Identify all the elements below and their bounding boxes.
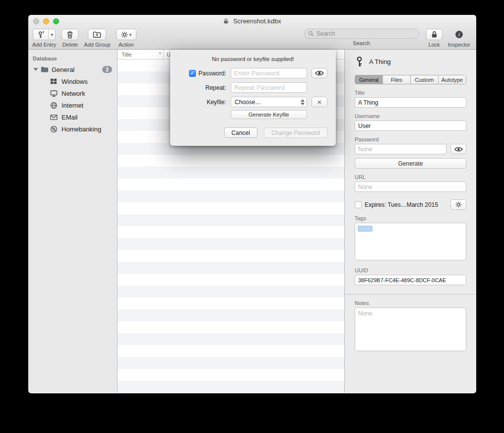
action-button[interactable]: ▾ [116, 29, 137, 40]
show-password-button[interactable] [450, 144, 466, 154]
folder-icon [41, 65, 49, 73]
tags-field-label: Tags [355, 215, 466, 221]
key-plus-icon [37, 31, 45, 39]
title-field-label: Title [355, 90, 466, 96]
entry-count-badge: 2 [102, 66, 112, 73]
close-icon: × [317, 98, 322, 106]
add-entry-dropdown-arrow[interactable]: ▾ [48, 29, 55, 40]
info-icon: i [455, 30, 463, 39]
inspector-label: Inspector [448, 42, 470, 48]
delete-button[interactable] [62, 29, 78, 40]
disclosure-triangle-icon[interactable] [33, 68, 38, 71]
network-icon [50, 89, 58, 97]
section-divider [345, 294, 476, 295]
tab-autotype[interactable]: Autotype [439, 75, 466, 84]
close-button[interactable] [33, 18, 39, 24]
popup-stepper-icon [301, 99, 305, 105]
toolbar-action: ▾ Action [116, 29, 137, 48]
sidebar-item-homebanking[interactable]: Homebanking [28, 123, 117, 135]
dialog-repeat-input[interactable] [231, 82, 307, 93]
delete-label: Delete [62, 42, 78, 48]
sidebar-item-label: EMail [62, 114, 78, 121]
change-password-button[interactable]: Change Password [264, 127, 327, 138]
tags-box[interactable] [355, 223, 466, 260]
entry-title: A Thing [369, 58, 391, 65]
sidebar-item-windows[interactable]: Windows [28, 75, 117, 87]
password-input[interactable] [355, 144, 446, 154]
expires-checkbox[interactable] [355, 201, 362, 208]
expires-settings-button[interactable] [450, 199, 466, 210]
uuid-input[interactable] [355, 275, 466, 285]
toolbar-lock: Lock [426, 29, 442, 48]
dialog-repeat-label: Repeat: [179, 84, 226, 91]
sidebar-item-label: Windows [62, 78, 88, 85]
add-group-button[interactable] [88, 29, 106, 40]
sidebar-group-general[interactable]: General 2 [28, 63, 117, 75]
zoom-button[interactable] [53, 18, 59, 24]
document-lock-icon [223, 18, 229, 24]
sort-ascending-icon: ^ [159, 52, 161, 57]
uuid-field-label: UUID [355, 267, 466, 273]
dialog-password-input[interactable] [231, 68, 307, 78]
dialog-keyfile-label: Keyfile: [179, 99, 226, 106]
keyfile-popup-button[interactable]: Choose… [231, 97, 307, 107]
sidebar-section-header: Database [28, 54, 117, 63]
dialog-show-password-button[interactable] [312, 68, 327, 78]
password-checkbox[interactable]: ✓ [189, 70, 196, 77]
notes-textarea[interactable]: None [355, 308, 466, 351]
column-header-title[interactable]: Title ^ [118, 50, 164, 59]
inspector-panel: A Thing General Files Custom Autotype Ti… [345, 50, 476, 393]
generate-password-button[interactable]: Generate [355, 158, 466, 169]
generate-keyfile-button[interactable]: Generate Keyfile [231, 110, 307, 119]
notes-field-label: Notes [355, 300, 466, 306]
window-title: Screenshot.kdbx [28, 15, 476, 28]
inspector-header: A Thing [355, 56, 466, 67]
chevron-down-icon: ▾ [129, 32, 132, 37]
toolbar-add-entry: ▾ Add Entry [32, 29, 56, 48]
url-input[interactable] [355, 182, 466, 192]
title-input[interactable] [355, 97, 466, 108]
cancel-button[interactable]: Cancel [224, 127, 257, 138]
dialog-password-label: Password: [198, 70, 226, 77]
add-entry-label: Add Entry [32, 42, 56, 48]
lock-label: Lock [429, 42, 440, 48]
minimize-button[interactable] [43, 18, 49, 24]
tab-custom[interactable]: Custom [411, 75, 439, 84]
svg-text:i: i [458, 32, 460, 37]
lock-icon [431, 31, 438, 38]
sidebar-item-email[interactable]: EMail [28, 111, 117, 123]
tag-chip[interactable] [358, 226, 373, 232]
coin-percent-icon [50, 125, 58, 133]
keyfile-selected-value: Choose… [235, 99, 301, 106]
lock-button[interactable] [426, 29, 442, 40]
add-entry-button[interactable] [33, 29, 48, 40]
eye-icon [315, 70, 324, 76]
url-field-label: URL [355, 174, 466, 180]
tab-files[interactable]: Files [383, 75, 411, 84]
key-icon [355, 56, 364, 67]
username-input[interactable] [355, 121, 466, 131]
toolbar: ▾ Add Entry Delete Add Group [28, 28, 476, 49]
search-field[interactable] [304, 29, 419, 39]
toolbar-add-group: Add Group [84, 29, 110, 48]
tab-general[interactable]: General [355, 75, 383, 84]
gear-icon [455, 201, 462, 208]
username-field-label: Username [355, 113, 466, 119]
gear-icon [121, 31, 128, 38]
window-title-text: Screenshot.kdbx [233, 17, 281, 25]
sidebar-item-network[interactable]: Network [28, 87, 117, 99]
expires-row: Expires: Tues…March 2015 [355, 199, 466, 210]
trash-icon [66, 31, 73, 39]
inspector-button[interactable]: i [453, 29, 465, 40]
toolbar-inspector: i Inspector [448, 29, 470, 48]
clear-keyfile-button[interactable]: × [312, 97, 327, 107]
toolbar-search: Search [304, 29, 419, 46]
sidebar-item-label: Homebanking [62, 125, 101, 133]
sidebar: Database General 2 Windows [28, 50, 118, 393]
sidebar-item-label: Network [62, 90, 85, 97]
sidebar-item-internet[interactable]: Internet [28, 99, 117, 111]
title-bar[interactable]: Screenshot.kdbx [28, 15, 476, 28]
mail-icon [50, 113, 58, 121]
desktop: Screenshot.kdbx ▾ Add Entry [0, 0, 504, 433]
search-input[interactable] [316, 30, 415, 37]
